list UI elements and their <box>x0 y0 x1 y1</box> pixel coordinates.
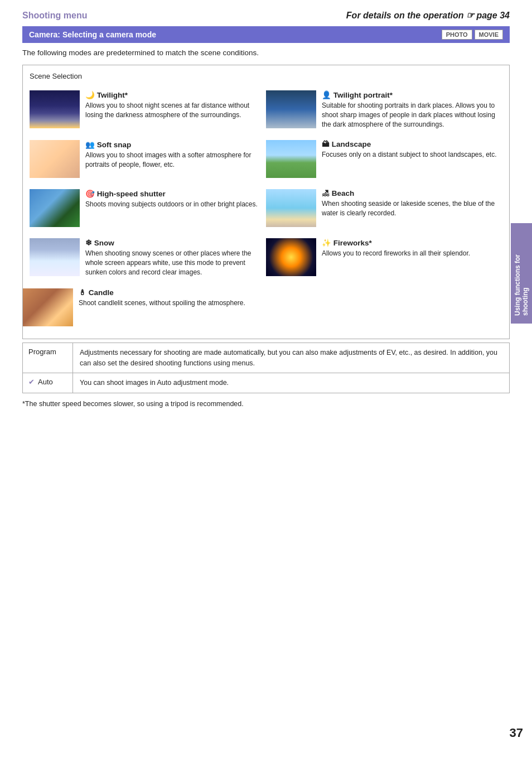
beach-icon: 🏖 <box>322 189 332 197</box>
scene-item-twilight: 🌙 Twilight* Allows you to shoot night sc… <box>30 85 266 134</box>
scene-img-snow <box>30 238 80 276</box>
scene-text-soft-snap: 👥 Soft snap Allows you to shoot images w… <box>85 140 262 170</box>
scene-item-candle: 🕯 Candle Shoot candlelit scenes, without… <box>23 283 502 332</box>
scene-img-twilight-portrait <box>266 90 316 128</box>
scene-img-fireworks <box>266 238 316 276</box>
section-title: Camera: Selecting a camera mode <box>29 30 156 39</box>
movie-badge: MOVIE <box>475 30 503 40</box>
scene-text-snow: ❄ Snow When shooting snowy scenes or oth… <box>85 238 262 277</box>
mode-table: Program Adjustments necessary for shooti… <box>22 343 510 393</box>
scene-desc-soft-snap: Allows you to shoot images with a softer… <box>85 151 262 170</box>
intro-text: The following modes are predetermined to… <box>22 49 510 57</box>
scene-text-landscape: 🏔 Landscape Focuses only on a distant su… <box>322 140 498 160</box>
scene-img-high-speed <box>30 189 80 227</box>
photo-badge: PHOTO <box>442 30 472 40</box>
scene-item-soft-snap: 👥 Soft snap Allows you to shoot images w… <box>30 134 266 184</box>
snow-icon: ❄ <box>85 239 94 247</box>
scene-item-landscape: 🏔 Landscape Focuses only on a distant su… <box>266 134 502 184</box>
scene-text-twilight: 🌙 Twilight* Allows you to shoot night sc… <box>85 90 262 120</box>
scene-desc-twilight: Allows you to shoot night scenes at far … <box>85 101 262 120</box>
scene-name-twilight: 🌙 Twilight* <box>85 90 262 99</box>
section-title-bar: Camera: Selecting a camera mode PHOTO MO… <box>22 26 510 43</box>
scene-candle-row: 🕯 Candle Shoot candlelit scenes, without… <box>23 283 509 339</box>
candle-icon: 🕯 <box>79 288 89 297</box>
scene-name-candle: 🕯 Candle <box>79 288 498 297</box>
table-row-auto: ✔ Auto You can shoot images in Auto adju… <box>23 373 509 393</box>
scene-img-twilight <box>30 90 80 128</box>
scene-img-soft-snap <box>30 140 80 178</box>
side-tab: Using functions for shooting <box>511 223 532 324</box>
scene-desc-landscape: Focuses only on a distant subject to sho… <box>322 150 498 160</box>
scene-box-label: Scene Selection <box>23 72 509 85</box>
scene-text-fireworks: ✨ Fireworks* Allows you to record firewo… <box>322 238 498 258</box>
auto-label: ✔ Auto <box>23 373 73 393</box>
scene-desc-beach: When shooting seaside or lakeside scenes… <box>322 199 498 218</box>
page-header: Shooting menu For details on the operati… <box>0 0 532 26</box>
scene-item-fireworks: ✨ Fireworks* Allows you to record firewo… <box>266 233 502 282</box>
scene-item-twilight-portrait: 👤 Twilight portrait* Suitable for shooti… <box>266 85 502 134</box>
scene-name-snow: ❄ Snow <box>85 238 262 247</box>
program-label: Program <box>23 343 73 373</box>
scene-img-candle <box>23 288 73 326</box>
scene-desc-fireworks: Allows you to record fireworks in all th… <box>322 249 498 258</box>
scene-selection-box: Scene Selection 🌙 Twilight* Allows you t… <box>22 65 510 339</box>
page-number: 37 <box>510 726 523 740</box>
footnote: *The shutter speed becomes slower, so us… <box>22 400 510 408</box>
auto-content: You can shoot images in Auto adjustment … <box>73 373 509 393</box>
auto-checkmark-icon: ✔ <box>28 378 35 386</box>
high-speed-icon: 🎯 <box>85 190 97 198</box>
fireworks-icon: ✨ <box>322 239 333 247</box>
twilight-icon: 🌙 <box>85 91 97 99</box>
scene-desc-snow: When shooting snowy scenes or other plac… <box>85 249 262 277</box>
scene-img-beach <box>266 189 316 227</box>
scene-text-candle: 🕯 Candle Shoot candlelit scenes, without… <box>79 288 498 308</box>
scene-name-landscape: 🏔 Landscape <box>322 140 498 148</box>
main-content: Camera: Selecting a camera mode PHOTO MO… <box>0 26 532 419</box>
scene-item-high-speed: 🎯 High-speed shutter Shoots moving subje… <box>30 184 266 233</box>
page-reference: For details on the operation ☞ page 34 <box>346 10 510 21</box>
scene-text-beach: 🏖 Beach When shooting seaside or lakesid… <box>322 189 498 218</box>
twilight-portrait-icon: 👤 <box>322 91 333 99</box>
scene-name-high-speed: 🎯 High-speed shutter <box>85 189 262 198</box>
scene-item-snow: ❄ Snow When shooting snowy scenes or oth… <box>30 233 266 282</box>
scene-desc-high-speed: Shoots moving subjects outdoors or in ot… <box>85 200 262 209</box>
program-content: Adjustments necessary for shooting are m… <box>73 343 509 373</box>
scene-img-landscape <box>266 140 316 178</box>
scene-name-fireworks: ✨ Fireworks* <box>322 238 498 247</box>
scene-grid: 🌙 Twilight* Allows you to shoot night sc… <box>23 85 509 283</box>
scene-desc-candle: Shoot candlelit scenes, without spoiling… <box>79 298 498 308</box>
section-title-header: Shooting menu <box>22 11 87 21</box>
scene-text-twilight-portrait: 👤 Twilight portrait* Suitable for shooti… <box>322 90 498 129</box>
scene-text-high-speed: 🎯 High-speed shutter Shoots moving subje… <box>85 189 262 209</box>
badge-group: PHOTO MOVIE <box>442 30 503 40</box>
table-row-program: Program Adjustments necessary for shooti… <box>23 343 509 373</box>
scene-name-twilight-portrait: 👤 Twilight portrait* <box>322 90 498 99</box>
landscape-icon: 🏔 <box>322 140 332 148</box>
scene-desc-twilight-portrait: Suitable for shooting portraits in dark … <box>322 101 498 129</box>
soft-snap-icon: 👥 <box>85 141 97 149</box>
scene-item-beach: 🏖 Beach When shooting seaside or lakesid… <box>266 184 502 233</box>
scene-name-soft-snap: 👥 Soft snap <box>85 140 262 149</box>
scene-name-beach: 🏖 Beach <box>322 189 498 197</box>
